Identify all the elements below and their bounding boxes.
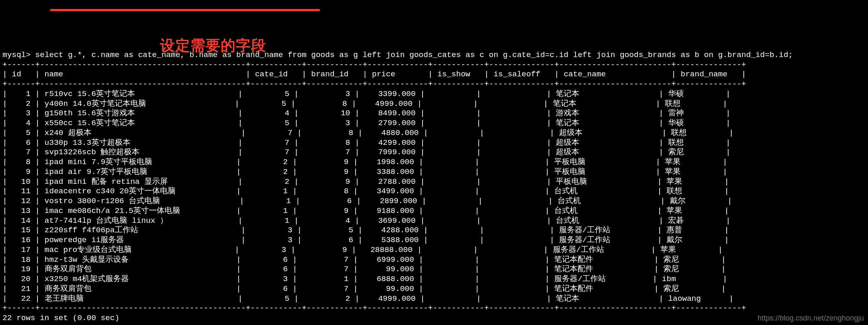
table-header-row: | id | name | cate_id | brand_id | price… [2,70,746,79]
sql-query: select g.*, c.name as cate_name, b.name … [35,50,793,60]
table-body: | 1 | r510vc 15.6英寸笔记本 | 5 | 3 | 3399.00… [2,89,733,303]
mysql-prompt: mysql> [2,50,35,60]
table-border-mid: +------+--------------------------------… [2,80,746,89]
table-border-bottom: +------+--------------------------------… [2,304,746,313]
table-border-top: +------+--------------------------------… [2,60,746,69]
annotation-label: 设定需要的字段 [160,36,266,55]
terminal-output: mysql> select g.*, c.name as cate_name, … [0,39,868,325]
result-footer: 22 rows in set (0.00 sec) [2,314,119,323]
sql-underline-highlight [50,9,320,11]
watermark-text: https://blog.csdn.net/zenghongju [758,314,864,323]
